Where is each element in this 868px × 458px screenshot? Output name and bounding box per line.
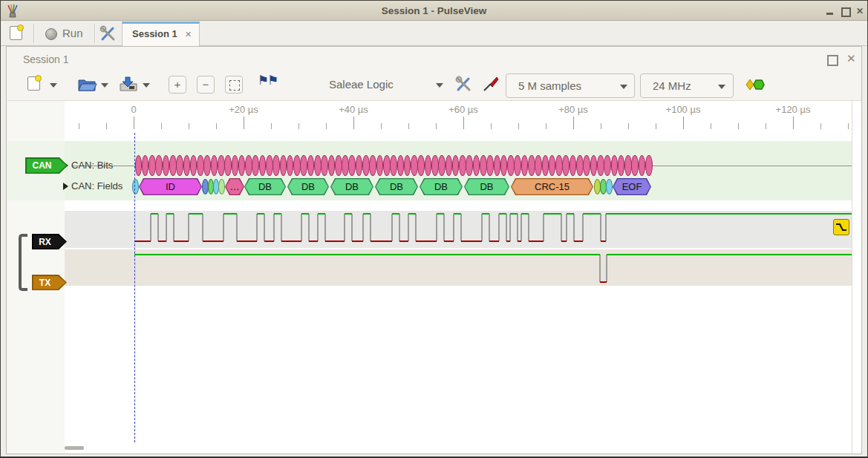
- ruler-minor-tick: [161, 123, 162, 129]
- can-bit-annotation: [431, 155, 439, 176]
- rx-signal-edge: [344, 214, 345, 241]
- rx-signal-low: [506, 241, 510, 242]
- can-field-annotation: CRC-15: [511, 178, 593, 195]
- save-button[interactable]: [118, 75, 139, 93]
- new-file-button[interactable]: [27, 76, 40, 91]
- horizontal-scrollbar-thumb[interactable]: [65, 446, 84, 450]
- time-zero-cursor-line[interactable]: [134, 133, 135, 442]
- rx-signal-low: [264, 241, 274, 242]
- rx-signal-low: [203, 241, 223, 242]
- rx-signal-low: [371, 241, 392, 242]
- open-button[interactable]: [76, 75, 97, 93]
- trigger-marker[interactable]: [833, 219, 849, 235]
- tab-label: Session 1: [132, 28, 177, 39]
- close-button[interactable]: ✕: [854, 5, 866, 17]
- device-dropdown-arrow[interactable]: [436, 83, 443, 88]
- save-dropdown-arrow[interactable]: [143, 83, 150, 88]
- rx-signal-edge: [391, 214, 393, 241]
- can-field-annotation: DB: [287, 178, 329, 195]
- rx-signal-edge: [273, 214, 275, 241]
- maximize-button[interactable]: [839, 5, 851, 17]
- rx-signal-edge: [370, 214, 371, 241]
- tx-signal-edge: [606, 255, 607, 282]
- tab-close-icon[interactable]: ×: [185, 27, 192, 40]
- dock-maximize-button[interactable]: [827, 55, 838, 66]
- trace-view[interactable]: 0+20 µs+40 µs+60 µs+80 µs+100 µs+120 µsC…: [7, 100, 861, 454]
- configure-device-icon[interactable]: [455, 76, 473, 92]
- channels-probe-icon[interactable]: [482, 76, 500, 92]
- decoder-tag-can[interactable]: CAN: [25, 157, 68, 174]
- rx-signal-edge: [351, 214, 353, 241]
- rx-signal-edge: [600, 214, 601, 241]
- main-toolbar: Run Session 1 ×: [1, 21, 867, 46]
- rx-signal-edge: [489, 214, 490, 241]
- sample-rate-combo[interactable]: 24 MHz: [640, 73, 734, 98]
- ruler-minor-tick: [628, 123, 629, 129]
- can-field-label: DB: [464, 178, 509, 195]
- ruler-minor-tick: [546, 123, 546, 129]
- expand-icon[interactable]: [63, 183, 68, 190]
- tx-signal-low: [600, 281, 607, 283]
- rx-signal-edge: [399, 214, 400, 241]
- dock-close-button[interactable]: ✕: [846, 52, 856, 65]
- can-bit-annotation: [624, 155, 632, 176]
- zoom-out-button[interactable]: −: [197, 76, 215, 94]
- minimize-button[interactable]: [824, 5, 836, 17]
- new-file-dropdown-arrow[interactable]: [50, 83, 57, 88]
- decoder-row-bits-label: CAN: Bits: [71, 160, 113, 171]
- rx-signal-low: [601, 241, 606, 242]
- can-bit-annotation: [155, 155, 163, 176]
- rx-signal-high: [482, 213, 489, 215]
- rx-signal-low: [309, 241, 318, 242]
- flag-icon: ⚑: [258, 73, 267, 88]
- new-session-button[interactable]: [10, 26, 22, 40]
- can-bit-annotation: [466, 155, 473, 176]
- can-bit-annotation: [293, 155, 301, 176]
- show-cursors-button[interactable]: ⚑⚑: [258, 73, 278, 88]
- can-bit-annotation: [169, 155, 177, 176]
- open-dropdown-arrow[interactable]: [101, 83, 108, 88]
- tab-session-1[interactable]: Session 1 ×: [122, 22, 200, 46]
- can-bit-annotation: [417, 155, 425, 176]
- channel-group-bracket: [19, 234, 27, 291]
- can-bit-annotation: [321, 155, 328, 176]
- can-field-annotation: DB: [375, 178, 418, 195]
- can-field-annotation: [606, 179, 613, 194]
- ruler-major-tick: [793, 117, 794, 129]
- ruler-label: 0: [131, 104, 136, 115]
- rx-signal-edge: [415, 214, 417, 241]
- run-button[interactable]: Run: [42, 21, 90, 45]
- can-bit-annotation: [446, 155, 453, 176]
- rx-signal-low: [518, 241, 521, 242]
- rx-signal-edge: [157, 214, 159, 241]
- settings-icon[interactable]: [99, 25, 117, 42]
- rx-signal-edge: [150, 214, 151, 241]
- rx-signal-edge: [605, 214, 607, 241]
- can-bit-annotation: [438, 155, 446, 176]
- can-bit-annotation: [645, 155, 653, 176]
- can-bit-annotation: [376, 155, 384, 176]
- zoom-in-button[interactable]: +: [169, 76, 186, 94]
- ruler-minor-tick: [848, 123, 849, 129]
- trace-right-edge: [852, 101, 852, 454]
- ruler-label: +60 µs: [448, 104, 478, 115]
- ruler-minor-tick: [601, 123, 601, 129]
- rx-signal-high: [408, 213, 416, 215]
- can-bit-annotation: [163, 155, 170, 176]
- run-button-label: Run: [62, 27, 83, 39]
- ruler-major-tick: [573, 117, 574, 129]
- sample-count-combo[interactable]: 5 M samples: [506, 73, 635, 98]
- add-decoder-icon[interactable]: [745, 79, 766, 91]
- can-bit-annotation: [300, 155, 307, 176]
- device-selector[interactable]: Saleae Logic: [329, 78, 394, 91]
- rx-signal-edge: [528, 214, 529, 241]
- ruler-minor-tick: [711, 123, 711, 129]
- rx-signal-edge: [582, 214, 584, 241]
- rx-signal-high: [499, 213, 506, 215]
- zoom-fit-button[interactable]: [225, 76, 243, 94]
- sample-count-dropdown-arrow: [620, 85, 627, 89]
- tx-signal-high: [607, 254, 852, 255]
- rx-signal-high: [454, 213, 461, 215]
- rx-signal-low: [461, 241, 482, 242]
- rx-signal-edge: [517, 214, 518, 241]
